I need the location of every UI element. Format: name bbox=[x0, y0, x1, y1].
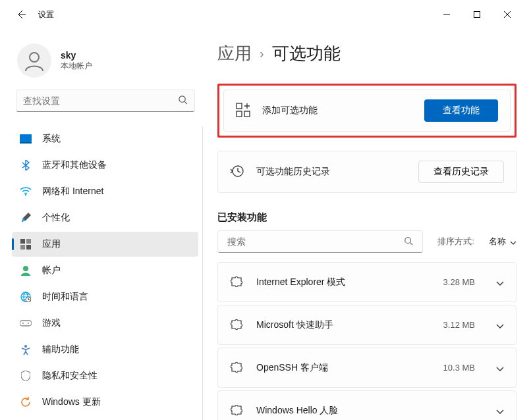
svg-rect-20 bbox=[244, 111, 250, 117]
svg-point-10 bbox=[23, 266, 28, 271]
feature-name: Windows Hello 人脸 bbox=[256, 405, 462, 417]
feature-search-input[interactable] bbox=[227, 236, 404, 247]
view-features-button[interactable]: 查看功能 bbox=[424, 99, 498, 122]
sidebar-item-apps[interactable]: 应用 bbox=[12, 232, 198, 257]
chevron-down-icon bbox=[496, 406, 504, 416]
sidebar-item-label: 帐户 bbox=[42, 265, 61, 276]
main-content: 应用 › 可选功能 添加可选功能 查看功能 可选功能历史记录 查看历史记录 已安… bbox=[203, 29, 531, 420]
gaming-icon bbox=[20, 317, 32, 329]
sidebar-item-label: 蓝牙和其他设备 bbox=[42, 159, 107, 171]
back-button[interactable] bbox=[14, 9, 28, 20]
svg-rect-18 bbox=[237, 103, 242, 109]
sidebar-item-time[interactable]: 时间和语言 bbox=[12, 284, 198, 309]
add-feature-icon bbox=[236, 103, 250, 119]
svg-point-17 bbox=[24, 345, 27, 348]
svg-rect-14 bbox=[20, 321, 32, 326]
svg-rect-0 bbox=[474, 12, 480, 18]
bluetooth-icon bbox=[20, 159, 32, 171]
close-button[interactable] bbox=[498, 5, 517, 24]
sidebar-item-bluetooth[interactable]: 蓝牙和其他设备 bbox=[12, 153, 198, 178]
svg-point-2 bbox=[179, 96, 185, 102]
nav-list: 系统 蓝牙和其他设备 网络和 Internet 个性化 应用 帐户 bbox=[12, 126, 203, 420]
svg-point-1 bbox=[30, 53, 39, 62]
svg-point-5 bbox=[25, 194, 26, 196]
sidebar-item-personalization[interactable]: 个性化 bbox=[12, 205, 198, 230]
sidebar-item-accounts[interactable]: 帐户 bbox=[12, 258, 198, 283]
puzzle-icon bbox=[230, 317, 243, 332]
puzzle-icon bbox=[230, 275, 243, 290]
person-icon bbox=[20, 265, 32, 276]
puzzle-icon bbox=[230, 403, 243, 418]
svg-point-15 bbox=[22, 323, 24, 324]
breadcrumb-current: 可选功能 bbox=[272, 42, 341, 65]
sidebar-item-update[interactable]: Windows 更新 bbox=[12, 390, 198, 415]
globe-icon bbox=[20, 291, 32, 303]
chevron-down-icon bbox=[496, 277, 504, 288]
feature-search-box[interactable] bbox=[217, 230, 423, 253]
avatar bbox=[17, 43, 51, 78]
sidebar-item-label: 辅助功能 bbox=[42, 344, 79, 355]
sidebar-item-label: 网络和 Internet bbox=[42, 186, 103, 197]
search-icon bbox=[404, 236, 413, 248]
highlight-annotation: 添加可选功能 查看功能 bbox=[217, 84, 517, 138]
sidebar-item-gaming[interactable]: 游戏 bbox=[12, 311, 198, 336]
search-box[interactable] bbox=[16, 90, 195, 112]
sidebar-item-label: 游戏 bbox=[42, 317, 61, 329]
user-subtitle: 本地帐户 bbox=[61, 61, 92, 72]
chevron-down-icon bbox=[510, 237, 517, 247]
wifi-icon bbox=[20, 186, 32, 197]
svg-rect-6 bbox=[20, 239, 25, 244]
accessibility-icon bbox=[20, 344, 32, 355]
maximize-button[interactable] bbox=[468, 5, 486, 24]
sidebar: sky 本地帐户 系统 蓝牙和其他设备 网络和 Internet bbox=[0, 29, 203, 420]
sidebar-item-label: 应用 bbox=[42, 238, 61, 250]
add-feature-label: 添加可选功能 bbox=[262, 105, 412, 117]
feature-name: OpenSSH 客户端 bbox=[256, 362, 430, 374]
sidebar-item-label: Windows 更新 bbox=[42, 396, 101, 408]
feature-name: Microsoft 快速助手 bbox=[256, 319, 430, 331]
minimize-button[interactable] bbox=[437, 5, 456, 24]
feature-name: Internet Explorer 模式 bbox=[256, 276, 430, 288]
svg-rect-9 bbox=[26, 245, 31, 249]
chevron-right-icon: › bbox=[260, 46, 264, 61]
view-history-button[interactable]: 查看历史记录 bbox=[418, 161, 504, 183]
breadcrumb: 应用 › 可选功能 bbox=[217, 42, 517, 65]
update-icon bbox=[20, 396, 32, 408]
feature-size: 3.28 MB bbox=[443, 277, 475, 287]
system-icon bbox=[20, 133, 32, 145]
puzzle-icon bbox=[230, 360, 243, 375]
feature-row[interactable]: OpenSSH 客户端 10.3 MB bbox=[217, 348, 517, 388]
feature-row[interactable]: Internet Explorer 模式 3.28 MB bbox=[217, 262, 517, 302]
sidebar-item-system[interactable]: 系统 bbox=[12, 126, 198, 151]
sidebar-item-privacy[interactable]: 隐私和安全性 bbox=[12, 363, 198, 388]
svg-rect-8 bbox=[20, 245, 25, 249]
svg-rect-3 bbox=[20, 134, 32, 142]
svg-rect-7 bbox=[26, 239, 31, 244]
search-input[interactable] bbox=[23, 95, 178, 106]
feature-row[interactable]: Windows Hello 人脸 bbox=[217, 390, 517, 420]
history-card: 可选功能历史记录 查看历史记录 bbox=[217, 151, 517, 193]
user-profile[interactable]: sky 本地帐户 bbox=[12, 37, 199, 90]
sidebar-item-accessibility[interactable]: 辅助功能 bbox=[12, 337, 198, 362]
breadcrumb-parent[interactable]: 应用 bbox=[217, 42, 252, 65]
history-label: 可选功能历史记录 bbox=[256, 166, 406, 178]
svg-rect-4 bbox=[20, 142, 32, 144]
titlebar: 设置 bbox=[0, 0, 531, 29]
history-icon bbox=[230, 164, 244, 180]
sidebar-item-network[interactable]: 网络和 Internet bbox=[12, 179, 198, 204]
feature-size: 10.3 MB bbox=[443, 363, 475, 373]
apps-icon bbox=[20, 238, 32, 250]
user-name: sky bbox=[61, 50, 92, 61]
installed-section-title: 已安装功能 bbox=[217, 211, 517, 224]
sort-label: 排序方式: bbox=[437, 236, 474, 248]
feature-size: 3.12 MB bbox=[443, 320, 475, 330]
window-title: 设置 bbox=[38, 9, 54, 20]
sort-dropdown[interactable]: 名称 bbox=[489, 236, 517, 248]
sidebar-item-label: 个性化 bbox=[42, 212, 70, 224]
feature-row[interactable]: Microsoft 快速助手 3.12 MB bbox=[217, 305, 517, 345]
add-feature-card: 添加可选功能 查看功能 bbox=[223, 90, 511, 132]
sidebar-item-label: 系统 bbox=[42, 133, 61, 145]
svg-point-22 bbox=[405, 237, 411, 243]
sidebar-item-label: 隐私和安全性 bbox=[42, 370, 98, 382]
filter-row: 排序方式: 名称 bbox=[217, 230, 517, 253]
